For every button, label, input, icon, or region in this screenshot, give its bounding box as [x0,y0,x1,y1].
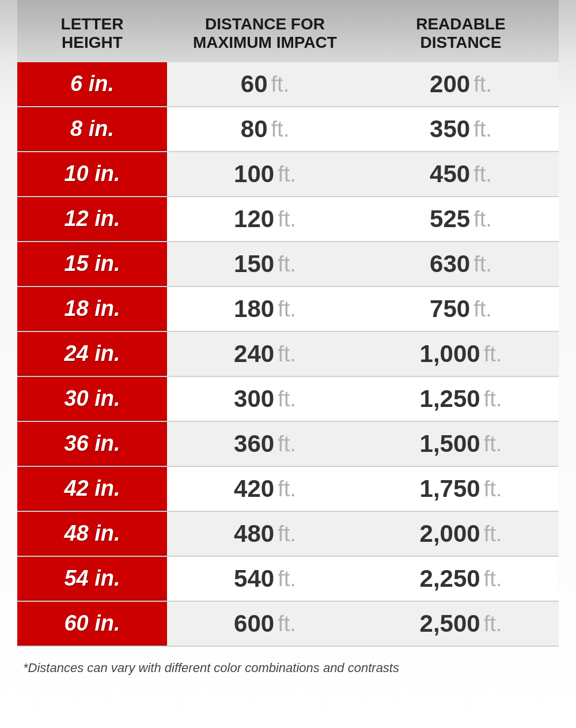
readable-distance-cell: 2,500 ft. [363,602,559,646]
readable-distance-cell: 1,250 ft. [363,377,559,421]
max-impact-unit: ft. [278,612,296,636]
letter-height-cell: 24 in. [17,332,167,376]
max-impact-unit: ft. [278,567,296,591]
readable-distance-number: 2,250 [420,565,480,593]
letter-height-value: 30 in. [64,386,120,411]
max-impact-number: 100 [234,160,274,188]
letter-height-value: 24 in. [64,341,120,366]
max-impact-unit: ft. [278,207,296,232]
max-impact-unit: ft. [278,477,296,501]
max-impact-number: 60 [241,70,268,98]
max-impact-cell: 360 ft. [167,422,363,466]
readable-distance-number: 1,500 [420,430,480,458]
header-letter-height: LETTER HEIGHT [17,10,167,56]
table-container: LETTER HEIGHT DISTANCE FOR MAXIMUM IMPAC… [17,0,559,647]
readable-distance-number: 525 [430,205,470,233]
max-impact-number: 120 [234,205,274,233]
max-impact-unit: ft. [278,162,296,187]
max-impact-cell: 480 ft. [167,512,363,556]
max-impact-cell: 300 ft. [167,377,363,421]
max-impact-cell: 120 ft. [167,197,363,241]
letter-height-cell: 36 in. [17,422,167,466]
readable-distance-cell: 2,250 ft. [363,557,559,601]
max-impact-unit: ft. [271,72,290,97]
letter-height-cell: 54 in. [17,557,167,601]
table-row: 8 in. 80 ft. 350 ft. [17,107,559,152]
readable-distance-number: 1,750 [420,475,480,503]
table-row: 42 in. 420 ft. 1,750 ft. [17,467,559,512]
max-impact-unit: ft. [278,252,296,277]
letter-height-value: 15 in. [64,251,120,276]
letter-height-value: 18 in. [64,296,120,321]
table-row: 6 in. 60 ft. 200 ft. [17,62,559,107]
readable-distance-number: 2,000 [420,520,480,548]
readable-distance-number: 200 [430,70,470,98]
readable-distance-unit: ft. [484,477,502,501]
readable-distance-unit: ft. [473,207,492,232]
letter-height-value: 48 in. [64,521,120,546]
max-impact-cell: 420 ft. [167,467,363,511]
table-row: 10 in. 100 ft. 450 ft. [17,152,559,197]
max-impact-unit: ft. [278,387,296,412]
table-row: 15 in. 150 ft. 630 ft. [17,242,559,287]
max-impact-number: 420 [234,475,274,503]
max-impact-cell: 60 ft. [167,62,363,106]
letter-height-cell: 60 in. [17,602,167,646]
max-impact-number: 480 [234,520,274,548]
table-row: 60 in. 600 ft. 2,500 ft. [17,602,559,647]
readable-distance-cell: 350 ft. [363,107,559,151]
readable-distance-cell: 200 ft. [363,62,559,106]
letter-height-value: 54 in. [64,566,120,591]
letter-height-value: 8 in. [70,116,114,141]
readable-distance-cell: 1,500 ft. [363,422,559,466]
header-readable-distance: READABLE DISTANCE [363,10,559,56]
letter-height-value: 12 in. [64,206,120,231]
readable-distance-cell: 630 ft. [363,242,559,286]
readable-distance-unit: ft. [473,162,492,187]
table-row: 54 in. 540 ft. 2,250 ft. [17,557,559,602]
header-distance-impact: DISTANCE FOR MAXIMUM IMPACT [167,10,363,56]
table-row: 30 in. 300 ft. 1,250 ft. [17,377,559,422]
table-header: LETTER HEIGHT DISTANCE FOR MAXIMUM IMPAC… [17,0,559,62]
letter-height-cell: 15 in. [17,242,167,286]
max-impact-unit: ft. [278,522,296,546]
readable-distance-unit: ft. [484,432,502,457]
table-row: 24 in. 240 ft. 1,000 ft. [17,332,559,377]
max-impact-number: 150 [234,250,274,278]
max-impact-unit: ft. [278,342,296,367]
max-impact-unit: ft. [278,432,296,457]
readable-distance-number: 350 [430,115,470,143]
readable-distance-unit: ft. [473,117,492,142]
max-impact-cell: 100 ft. [167,152,363,196]
max-impact-cell: 180 ft. [167,287,363,331]
letter-height-cell: 10 in. [17,152,167,196]
max-impact-cell: 80 ft. [167,107,363,151]
max-impact-number: 300 [234,385,274,413]
readable-distance-cell: 750 ft. [363,287,559,331]
letter-height-cell: 18 in. [17,287,167,331]
readable-distance-cell: 1,750 ft. [363,467,559,511]
page-wrapper: LETTER HEIGHT DISTANCE FOR MAXIMUM IMPAC… [0,0,576,728]
letter-height-cell: 8 in. [17,107,167,151]
max-impact-number: 600 [234,610,274,638]
max-impact-number: 180 [234,295,274,323]
readable-distance-cell: 2,000 ft. [363,512,559,556]
max-impact-number: 540 [234,565,274,593]
readable-distance-unit: ft. [484,567,502,591]
readable-distance-cell: 1,000 ft. [363,332,559,376]
table-row: 48 in. 480 ft. 2,000 ft. [17,512,559,557]
readable-distance-unit: ft. [484,612,502,636]
footnote: *Distances can vary with different color… [17,659,399,677]
table-row: 36 in. 360 ft. 1,500 ft. [17,422,559,467]
max-impact-unit: ft. [271,117,290,142]
letter-height-value: 6 in. [70,71,114,96]
readable-distance-number: 450 [430,160,470,188]
max-impact-number: 360 [234,430,274,458]
max-impact-number: 240 [234,340,274,368]
readable-distance-number: 630 [430,250,470,278]
letter-height-value: 10 in. [64,161,120,186]
letter-height-value: 42 in. [64,476,120,501]
max-impact-cell: 540 ft. [167,557,363,601]
readable-distance-cell: 450 ft. [363,152,559,196]
max-impact-cell: 600 ft. [167,602,363,646]
